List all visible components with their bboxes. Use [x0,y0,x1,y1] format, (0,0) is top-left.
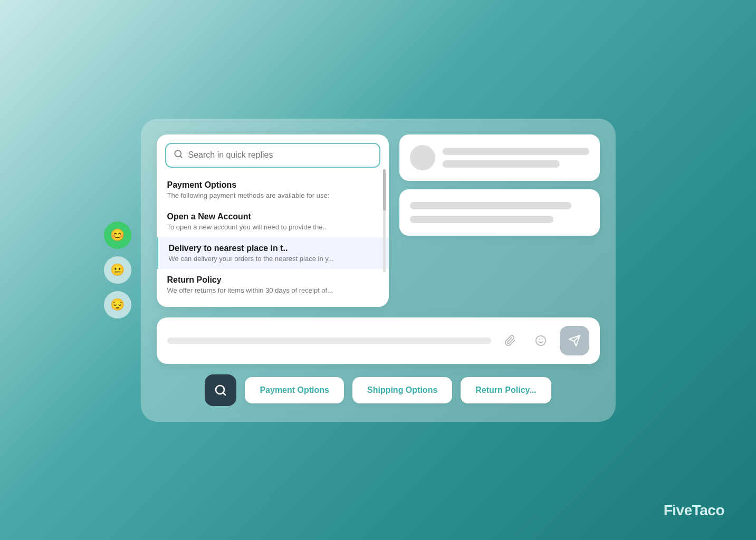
reply-item-return[interactable]: Return Policy We offer returns for items… [157,269,389,301]
placeholder-card-middle [399,189,600,236]
reply-title: Return Policy [167,275,378,285]
emoji-sidebar: 😊 😐 😔 [104,221,131,319]
placeholder-lines [443,148,589,168]
placeholder-avatar [410,145,435,170]
return-policy-tag[interactable]: Return Policy... [461,377,551,403]
reply-item-account[interactable]: Open a New Account To open a new account… [157,206,389,237]
scrollbar-thumb [383,169,386,210]
attachment-button[interactable] [499,329,522,352]
svg-line-6 [223,392,225,394]
emoji-sad[interactable]: 😔 [104,291,131,319]
reply-preview: We offer returns for items within 30 day… [167,286,378,294]
search-container [157,134,389,168]
scrollbar-track [383,169,386,272]
placeholder-line [443,160,560,168]
search-icon [174,149,183,161]
brand-logo: FiveTaco [664,502,724,519]
placeholder-line [443,148,589,155]
upper-row: Payment Options The following payment me… [157,134,600,307]
search-tag-button[interactable] [205,374,236,406]
emoji-happy[interactable]: 😊 [104,221,131,249]
reply-preview: We can delivery your orders to the neare… [169,255,378,263]
placeholder-line [410,216,553,223]
right-side-cards [399,134,600,307]
placeholder-card-top [399,134,600,181]
tag-buttons-row: Payment Options Shipping Options Return … [157,374,600,406]
bottom-icons [499,326,589,355]
reply-title: Open a New Account [167,212,378,221]
reply-item-delivery[interactable]: Delivery to nearest place in t.. We can … [157,237,389,269]
reply-title: Delivery to nearest place in t.. [169,244,378,253]
replies-list: Payment Options The following payment me… [157,168,389,307]
reply-title: Payment Options [167,180,378,190]
placeholder-line [410,202,571,209]
send-button[interactable] [560,326,589,355]
reply-preview: The following payment methods are availa… [167,191,378,199]
input-placeholder [167,338,491,344]
emoji-picker-button[interactable] [529,329,552,352]
quick-reply-search-input[interactable] [188,150,372,160]
payment-options-tag[interactable]: Payment Options [245,377,344,403]
quick-replies-panel: Payment Options The following payment me… [157,134,389,307]
svg-point-2 [535,335,545,345]
search-input-wrapper[interactable] [165,143,380,168]
svg-line-1 [180,156,181,157]
bottom-input-area [157,317,600,364]
main-card: 😊 😐 😔 Payment Options The [141,119,616,422]
reply-item-payment[interactable]: Payment Options The following payment me… [157,174,389,206]
reply-preview: To open a new account you will need to p… [167,223,378,231]
shipping-options-tag[interactable]: Shipping Options [352,377,452,403]
emoji-neutral[interactable]: 😐 [104,256,131,284]
